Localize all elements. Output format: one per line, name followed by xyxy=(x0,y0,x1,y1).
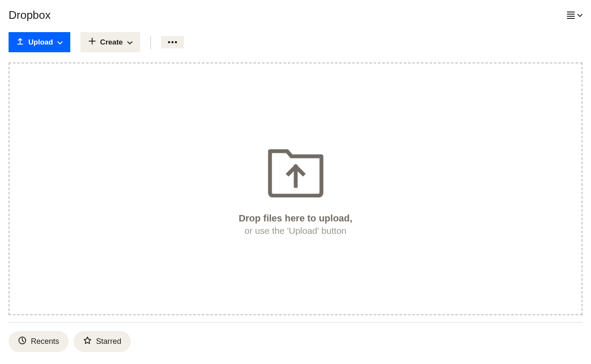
recents-chip-label: Recents xyxy=(31,337,59,346)
create-button[interactable]: Create xyxy=(81,32,140,52)
page-title: Dropbox xyxy=(9,9,51,22)
star-icon xyxy=(83,336,92,347)
section-divider xyxy=(9,322,582,322)
ellipsis-icon xyxy=(168,41,177,43)
starred-chip-label: Starred xyxy=(96,337,121,346)
chevron-down-icon xyxy=(577,13,582,18)
create-button-label: Create xyxy=(100,38,123,47)
plus-icon xyxy=(88,37,96,47)
clock-icon xyxy=(18,336,27,347)
upload-icon xyxy=(16,37,24,47)
file-dropzone[interactable]: Drop files here to upload, or use the 'U… xyxy=(9,63,582,315)
upload-button[interactable]: Upload xyxy=(9,32,70,52)
dropzone-primary-text: Drop files here to upload, xyxy=(239,213,352,224)
list-view-icon xyxy=(567,12,575,19)
folder-upload-icon xyxy=(264,142,328,199)
chevron-down-icon xyxy=(57,38,63,47)
starred-chip[interactable]: Starred xyxy=(74,331,131,352)
filter-chips: Recents Starred xyxy=(9,331,582,352)
header: Dropbox xyxy=(9,9,582,22)
chevron-down-icon xyxy=(127,38,132,47)
upload-button-label: Upload xyxy=(28,38,53,47)
more-actions-button[interactable] xyxy=(161,36,184,48)
toolbar-divider xyxy=(150,36,151,49)
view-toggle[interactable] xyxy=(567,12,582,19)
recents-chip[interactable]: Recents xyxy=(9,331,69,352)
toolbar: Upload Create xyxy=(9,32,582,52)
dropzone-secondary-text: or use the 'Upload' button xyxy=(244,226,346,236)
